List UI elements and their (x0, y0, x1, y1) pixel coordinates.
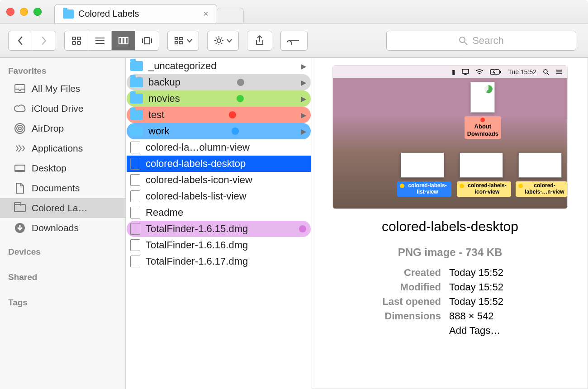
svg-point-30 (19, 127, 21, 130)
list-icon (555, 69, 563, 75)
add-tags-button[interactable]: Add Tags… (449, 325, 550, 337)
column-row[interactable]: work▶ (127, 123, 311, 139)
share-button[interactable] (247, 31, 272, 51)
sidebar-item-colored-labels[interactable]: Colored La… (0, 198, 125, 218)
meta-created-key: Created (351, 267, 441, 279)
folder-icon (130, 94, 143, 104)
thumb-shot-list (401, 152, 444, 178)
svg-rect-0 (72, 37, 76, 40)
view-coverflow-button[interactable] (135, 31, 159, 50)
column-row[interactable]: Readme (127, 204, 311, 221)
folder-icon (130, 61, 143, 71)
sidebar-section-favorites: Favorites (0, 63, 125, 79)
column-row[interactable]: test▶ (127, 107, 311, 123)
tab-colored-labels[interactable]: Colored Labels × (54, 4, 217, 23)
folder-icon (130, 126, 143, 136)
sidebar-item-desktop[interactable]: Desktop (0, 158, 125, 178)
close-window-button[interactable] (6, 8, 14, 16)
meta-dimensions-val: 888 × 542 (449, 310, 550, 322)
action-button[interactable] (207, 31, 239, 51)
chevron-right-icon: ▶ (301, 62, 306, 71)
edit-tags-button[interactable] (280, 31, 308, 51)
finder-window: Colored Labels × (0, 0, 588, 389)
sidebar-item-icloud-drive[interactable]: iCloud Drive (0, 99, 125, 119)
meta-dimensions-key: Dimensions (351, 310, 441, 322)
sidebar-item-applications[interactable]: Applications (0, 138, 125, 158)
file-icon (130, 256, 140, 267)
search-icon (543, 69, 549, 75)
tag-dot-icon (237, 79, 244, 86)
svg-rect-36 (462, 69, 469, 73)
grid-small-icon (174, 37, 184, 45)
svg-rect-13 (175, 38, 178, 40)
svg-rect-34 (15, 166, 24, 170)
column-row-label: TotalFinder-1.6.17.dmg (146, 256, 248, 267)
new-tab-button[interactable] (217, 8, 244, 23)
view-icon-button[interactable] (65, 31, 88, 50)
column-row-label: test (148, 109, 164, 121)
desktop-icon (14, 163, 26, 174)
zoom-window-button[interactable] (33, 8, 42, 16)
column-row[interactable]: backup▶ (127, 74, 311, 90)
back-button[interactable] (9, 31, 32, 50)
column-row[interactable]: colored-labels-desktop (127, 156, 311, 172)
content: Favorites All My Files iCloud Drive AirD… (0, 58, 588, 389)
sidebar-item-label: Applications (32, 143, 83, 154)
sidebar-item-downloads[interactable]: Downloads (0, 218, 125, 238)
chevron-down-icon (187, 38, 192, 43)
column-row[interactable]: movies▶ (127, 90, 311, 107)
file-icon (130, 239, 140, 251)
column-row-label: TotalFinder-1.6.15.dmg (146, 223, 248, 235)
tag-dot-icon (232, 128, 239, 135)
thumb-label-icon: colored-labels-icon-view (457, 181, 511, 197)
meta-created-val: Today 15:52 (449, 267, 550, 279)
sidebar-item-airdrop[interactable]: AirDrop (0, 119, 125, 138)
column-row[interactable]: TotalFinder-1.6.16.dmg (127, 237, 311, 253)
file-icon (130, 174, 140, 186)
chevron-down-icon (227, 38, 232, 43)
sidebar-item-label: Downloads (32, 223, 79, 233)
view-list-button[interactable] (88, 31, 112, 50)
search-field[interactable]: Search (386, 31, 576, 51)
arrange-button[interactable] (167, 31, 199, 51)
svg-point-31 (17, 125, 23, 132)
tab-bar: Colored Labels × (54, 0, 244, 23)
column-row[interactable]: colored-la…olumn-view (127, 139, 311, 156)
sidebar-item-label: AirDrop (32, 123, 64, 134)
svg-rect-7 (119, 38, 122, 44)
tag-dot-icon (237, 95, 244, 102)
meta-modified-key: Modified (351, 281, 441, 293)
sidebar-item-all-my-files[interactable]: All My Files (0, 79, 125, 99)
columns-icon (118, 37, 129, 45)
column-row-label: colored-labels-desktop (146, 158, 246, 170)
view-column-button[interactable] (112, 31, 135, 50)
wifi-icon (475, 69, 484, 75)
column-row[interactable]: colored-labels-list-view (127, 188, 311, 204)
coverflow-icon (141, 37, 153, 45)
chevron-right-icon: ▶ (301, 127, 306, 136)
file-icon (130, 158, 140, 170)
svg-rect-38 (500, 71, 501, 73)
sidebar-item-documents[interactable]: Documents (0, 178, 125, 198)
column-row-label: colored-labels-list-view (146, 190, 247, 202)
column-row[interactable]: _uncategorized▶ (127, 58, 311, 74)
gear-icon (214, 36, 224, 46)
svg-point-17 (217, 39, 221, 43)
column-row-label: movies (148, 93, 180, 104)
column-row[interactable]: colored-labels-icon-view (127, 172, 311, 188)
close-tab-button[interactable]: × (203, 9, 209, 19)
tag-icon (287, 36, 301, 45)
svg-rect-2 (72, 42, 76, 44)
forward-button[interactable] (32, 31, 56, 50)
folder-icon (63, 9, 74, 19)
minimize-window-button[interactable] (20, 8, 28, 16)
column-row[interactable]: TotalFinder-1.6.17.dmg (127, 253, 311, 270)
titlebar: Colored Labels × (0, 0, 588, 24)
chevron-right-icon: ▶ (301, 95, 306, 103)
svg-line-28 (465, 42, 467, 45)
chevron-left-icon (17, 36, 24, 45)
svg-rect-9 (125, 38, 128, 44)
file-icon (130, 223, 140, 235)
column-row[interactable]: TotalFinder-1.6.15.dmg (127, 221, 311, 237)
svg-point-26 (290, 40, 292, 42)
